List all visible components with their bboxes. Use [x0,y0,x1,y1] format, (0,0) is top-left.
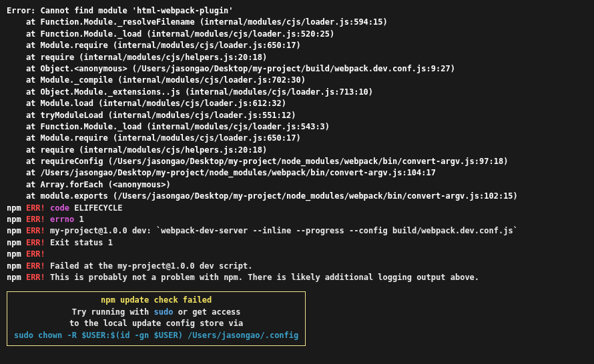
stack-frame: at Array.forEach (<anonymous>) [7,179,587,191]
stack-frame: at module.exports (/Users/jasongao/Deskt… [7,191,587,202]
update-box-line2-post: or get access [173,307,240,317]
stack-frame: at Module._compile (internal/modules/cjs… [7,75,587,86]
error-header: Error: Cannot find module 'html-webpack-… [7,5,587,17]
stack-frame: at /Users/jasongao/Desktop/my-project/no… [7,167,587,179]
stack-frame: at Function.Module._load (internal/modul… [7,29,587,40]
npm-error-line: npm ERR! Exit status 1 [7,237,587,249]
stack-frame: at Module.require (internal/modules/cjs/… [7,40,587,51]
npm-error-line: npm ERR! code ELIFECYCLE [7,203,587,214]
npm-error-line: npm ERR! Failed at the my-project@1.0.0 … [7,261,587,272]
update-box-command: sudo chown -R $USER:$(id -gn $USER) /Use… [14,331,298,340]
stack-frame: at Function.Module._load (internal/modul… [7,121,587,133]
npm-update-check-box: npm update check failed Try running with… [7,291,306,346]
stack-trace-block: Error: Cannot find module 'html-webpack-… [7,5,587,203]
update-box-title: npm update check failed [101,295,212,305]
stack-frame: at Module.require (internal/modules/cjs/… [7,133,587,144]
stack-frame: at requireConfig (/Users/jasongao/Deskto… [7,156,587,167]
sudo-keyword: sudo [154,307,174,317]
npm-error-block: npm ERR! code ELIFECYCLEnpm ERR! errno 1… [7,203,587,284]
stack-frame: at require (internal/modules/cjs/helpers… [7,52,587,63]
stack-frame: at Module.load (internal/modules/cjs/loa… [7,98,587,109]
stack-frame: at tryModuleLoad (internal/modules/cjs/l… [7,110,587,121]
stack-frame: at Function.Module._resolveFilename (int… [7,17,587,28]
update-box-line2-pre: Try running with [72,307,154,317]
npm-error-line: npm ERR! errno 1 [7,214,587,225]
stack-frame: at require (internal/modules/cjs/helpers… [7,145,587,156]
update-box-line3: to the local update config store via [69,319,243,328]
npm-error-line: npm ERR! This is probably not a problem … [7,272,587,283]
stack-frame: at Object.Module._extensions..js (intern… [7,87,587,98]
npm-error-line: npm ERR! my-project@1.0.0 dev: `webpack-… [7,225,587,237]
stack-frame: at Object.<anonymous> (/Users/jasongao/D… [7,63,587,75]
npm-error-line: npm ERR! [7,249,587,260]
